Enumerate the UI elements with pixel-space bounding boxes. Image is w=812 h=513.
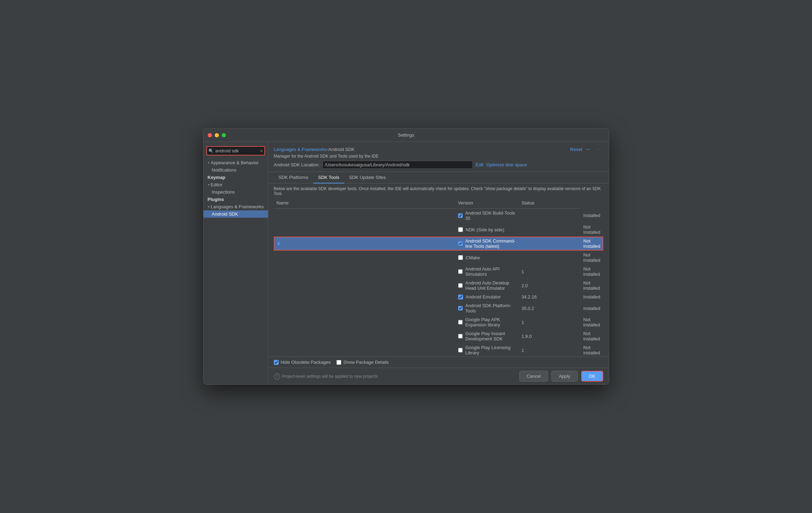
table-row[interactable]: Android Emulator34.2.16Installed [274, 292, 603, 301]
footer-hint: ? Project-level settings will be applied… [274, 373, 378, 380]
tool-checkbox[interactable] [458, 255, 463, 260]
hide-obsolete-checkbox[interactable] [274, 360, 279, 365]
breadcrumb-parent[interactable]: Languages & Frameworks [274, 147, 327, 152]
help-button[interactable]: ? [274, 373, 280, 380]
status-badge: Installed [583, 306, 600, 311]
table-row[interactable]: Google Play Licensing Library1Not instal… [274, 343, 603, 356]
sidebar-item-label: Android SDK [212, 211, 238, 217]
tool-checkbox[interactable] [458, 283, 463, 288]
show-details-text: Show Package Details [343, 360, 389, 365]
sdk-location-input[interactable] [322, 161, 473, 169]
table-row[interactable]: Android SDK Platform-Tools35.0.2Installe… [274, 301, 603, 315]
chevron-down-icon: ▾ [208, 161, 209, 165]
sidebar-item-label: Editor [211, 182, 223, 187]
hide-obsolete-label[interactable]: Hide Obsolete Packages [274, 360, 331, 365]
version-cell: 1.9.0 [519, 329, 580, 343]
download-cell [274, 265, 455, 279]
chevron-down-icon: ▾ [208, 205, 209, 209]
status-cell: Not Installed [580, 237, 603, 251]
tool-checkbox[interactable] [458, 241, 463, 246]
version-cell: 1 [519, 343, 580, 356]
show-details-checkbox[interactable] [336, 360, 341, 365]
download-cell [274, 315, 455, 329]
version-cell: 2.0 [519, 279, 580, 292]
col-header-version: Version [455, 197, 519, 209]
table-row[interactable]: Google Play Instant Development SDK1.9.0… [274, 329, 603, 343]
reset-button[interactable]: Reset [570, 147, 582, 152]
version-cell: 34.2.16 [519, 292, 580, 301]
sidebar-item-label: Notifications [212, 167, 237, 173]
tool-checkbox[interactable] [458, 213, 463, 218]
download-cell [274, 223, 455, 237]
name-cell: Google Play Licensing Library [455, 343, 519, 356]
search-input[interactable] [206, 146, 265, 156]
sidebar-item-plugins[interactable]: Plugins [204, 196, 268, 203]
cancel-button[interactable]: Cancel [519, 371, 548, 382]
tool-name: Android SDK Build-Tools 35 [465, 210, 516, 221]
status-cell: Not installed [580, 265, 603, 279]
status-badge: Not installed [583, 280, 600, 291]
table-row[interactable]: Android Auto Desktop Head Unit Emulator2… [274, 279, 603, 292]
col-header-name: Name [274, 197, 455, 209]
sidebar-item-inspections[interactable]: Inspections [204, 188, 268, 196]
status-badge: Not Installed [583, 224, 600, 235]
tools-table-container[interactable]: Name Version Status Android SDK Build-To… [268, 197, 609, 356]
sidebar-item-appearance-behavior[interactable]: ▾ Appearance & Behavior [204, 159, 268, 166]
show-details-label[interactable]: Show Package Details [336, 360, 389, 365]
sidebar-item-notifications[interactable]: Notifications [204, 166, 268, 174]
download-cell [274, 209, 455, 223]
tab-sdk-update-sites[interactable]: SDK Update Sites [344, 172, 391, 183]
status-badge: Not installed [583, 266, 600, 277]
status-badge: Not installed [583, 317, 600, 327]
tab-sdk-tools[interactable]: SDK Tools [313, 172, 344, 183]
status-cell: Not installed [580, 315, 603, 329]
table-row[interactable]: CMakeNot Installed [274, 251, 603, 265]
sdk-location-row: Android SDK Location: Edit Optimize disk… [274, 161, 603, 169]
optimize-disk-button[interactable]: Optimize disk space [486, 162, 527, 167]
sidebar-item-label: Appearance & Behavior [211, 160, 259, 165]
tool-checkbox[interactable] [458, 227, 463, 232]
edit-button[interactable]: Edit [476, 162, 483, 167]
table-row[interactable]: Google Play APK Expansion library1Not in… [274, 315, 603, 329]
name-cell: Google Play Instant Development SDK [455, 329, 519, 343]
ok-button[interactable]: OK [581, 371, 603, 382]
clear-search-button[interactable]: ✕ [260, 149, 263, 153]
tool-checkbox[interactable] [458, 269, 463, 274]
version-cell [519, 237, 580, 251]
tool-name: Android SDK Platform-Tools [465, 303, 516, 313]
status-badge: Installed [583, 294, 600, 299]
status-badge: Not Installed [583, 238, 600, 249]
tool-checkbox[interactable] [458, 306, 463, 311]
back-button[interactable]: ← [584, 146, 593, 152]
minimize-button[interactable] [215, 133, 219, 137]
version-cell: 35.0.2 [519, 301, 580, 315]
tool-name: NDK (Side by side) [466, 227, 505, 232]
title-bar: Settings [204, 129, 609, 142]
download-cell [274, 292, 455, 301]
footer: ? Project-level settings will be applied… [268, 368, 609, 384]
apply-button[interactable]: Apply [551, 371, 578, 382]
status-badge: Installed [583, 213, 600, 218]
tool-name: Google Play Instant Development SDK [465, 331, 516, 341]
sidebar-item-editor[interactable]: ▾ Editor [204, 181, 268, 188]
tab-sdk-platforms[interactable]: SDK Platforms [274, 172, 313, 183]
tool-checkbox[interactable] [458, 334, 463, 339]
table-row[interactable]: NDK (Side by side)Not Installed [274, 223, 603, 237]
tool-checkbox[interactable] [458, 348, 463, 353]
sidebar-item-keymap[interactable]: Keymap [204, 174, 268, 181]
maximize-button[interactable] [222, 133, 226, 137]
table-row[interactable]: ⬇Android SDK Command-line Tools (latest)… [274, 237, 603, 251]
search-box: 🔍 ✕ [206, 146, 265, 156]
status-badge: Not installed [583, 331, 600, 341]
sidebar-item-languages-frameworks[interactable]: ▾ Languages & Frameworks [204, 203, 268, 210]
close-button[interactable] [208, 133, 212, 137]
status-cell: Not Installed [580, 251, 603, 265]
sidebar-item-android-sdk[interactable]: Android SDK [204, 210, 268, 218]
tool-checkbox[interactable] [458, 320, 463, 325]
table-row[interactable]: Android SDK Build-Tools 35Installed [274, 209, 603, 223]
forward-button[interactable]: → [595, 146, 603, 152]
table-row[interactable]: Android Auto API Simulators1Not installe… [274, 265, 603, 279]
hide-obsolete-text: Hide Obsolete Packages [281, 360, 331, 365]
tool-checkbox[interactable] [458, 295, 463, 299]
footer-buttons: Cancel Apply OK [519, 371, 603, 382]
